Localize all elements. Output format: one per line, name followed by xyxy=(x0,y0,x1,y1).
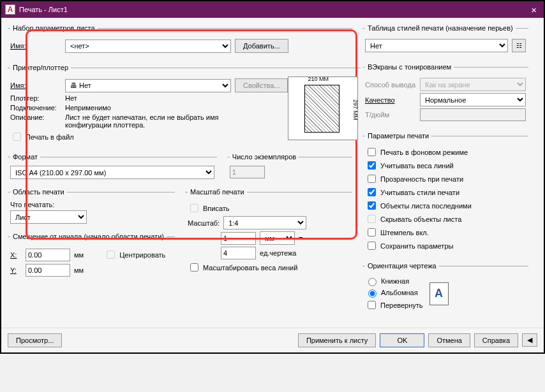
ok-button[interactable]: OK xyxy=(380,333,424,347)
what-print-label: Что печатать: xyxy=(10,201,172,208)
upside-check[interactable] xyxy=(368,301,376,309)
x-input[interactable] xyxy=(26,249,70,261)
opt-po-check[interactable] xyxy=(368,201,376,210)
portrait-radio[interactable] xyxy=(368,278,377,286)
opt-stamp-check[interactable] xyxy=(368,228,376,236)
preview-button[interactable]: Просмотр... xyxy=(8,333,62,347)
quality-label: Качество xyxy=(365,96,416,104)
opt-po-label: Объекты листа последними xyxy=(380,202,472,210)
apply-button[interactable]: Применить к листу xyxy=(298,333,377,347)
window-title: Печать - Лист1 xyxy=(19,6,68,13)
scale-lw-check[interactable] xyxy=(190,263,198,272)
shaded-legend: ВЭкраны с тонированием xyxy=(365,63,454,71)
opt-save-check[interactable] xyxy=(368,242,376,250)
opt-bg-check[interactable] xyxy=(368,148,376,156)
styles-group: Таблица стилей печати (назначение перьев… xyxy=(362,24,528,58)
copies-input xyxy=(230,166,265,178)
plotter-label: Плоттер: xyxy=(10,94,61,102)
titlebar: A Печать - Лист1 × xyxy=(1,1,544,18)
copies-legend: Число экземпляров xyxy=(230,153,299,161)
connection-value: Неприменимо xyxy=(65,104,111,112)
pagesetup-name-select[interactable]: <нет> xyxy=(65,40,231,53)
close-icon[interactable]: × xyxy=(528,4,540,15)
x-unit: мм xyxy=(74,251,84,259)
fit-check xyxy=(190,204,198,212)
connection-label: Подключение: xyxy=(10,104,61,112)
center-label: Центрировать xyxy=(119,251,165,259)
cancel-button[interactable]: Отмена xyxy=(428,333,470,347)
shaded-group: ВЭкраны с тонированием Способ выводаКак … xyxy=(362,63,528,127)
fit-label: Вписать xyxy=(203,205,230,212)
print-dialog: A Печать - Лист1 × Набор параметров лист… xyxy=(0,0,545,354)
dpi-label: Т/дюйм xyxy=(365,111,416,119)
scale-lw-label: Масштабировать веса линий xyxy=(203,264,297,272)
orient-group: Ориентация чертежа Книжная Альбомная Пер… xyxy=(362,262,528,316)
opt-tr-label: Прозрачность при печати xyxy=(380,175,463,183)
page-preview-rect xyxy=(304,85,340,133)
paper-width-label: 210 MM xyxy=(308,76,329,82)
desc-value: Лист не будет напечатан, если не выбрать… xyxy=(65,113,231,129)
options-legend: Параметры печати xyxy=(365,132,431,140)
landscape-label: Альбомная xyxy=(381,289,418,296)
shade-method-label: Способ вывода xyxy=(365,81,416,89)
desc-label: Описание: xyxy=(10,113,61,121)
opt-bg-label: Печать в фоновом режиме xyxy=(380,149,468,156)
y-label: Y: xyxy=(10,266,22,274)
quality-select[interactable]: Нормальное xyxy=(420,93,526,106)
scale-group: Масштаб печати Вписать Масштаб:1:4 мм= е… xyxy=(185,188,352,279)
opt-ps-label: Учитывать стили печати xyxy=(380,189,459,196)
scale-unit2-label: ед.чертежа xyxy=(260,249,296,257)
orient-legend: Ориентация чертежа xyxy=(365,262,439,270)
page-setup-legend: Набор параметров листа xyxy=(10,24,98,32)
y-unit: мм xyxy=(74,266,84,274)
plot-style-select[interactable]: Нет xyxy=(365,39,508,52)
plotter-value: Нет xyxy=(65,94,77,102)
what-print-select[interactable]: Лист xyxy=(10,210,87,224)
opt-lw-check[interactable] xyxy=(368,161,376,170)
format-legend: Формат xyxy=(10,153,40,161)
center-check xyxy=(107,250,115,259)
scale-num2-input[interactable] xyxy=(221,247,256,259)
help-button[interactable]: Справка xyxy=(474,333,518,347)
scale-legend: Масштаб печати xyxy=(188,188,247,196)
copies-group: Число экземпляров xyxy=(227,153,352,183)
print-to-file-label: Печать в файл xyxy=(26,133,74,141)
style-edit-icon[interactable]: ☷ xyxy=(512,39,526,52)
printer-name-label: Имя: xyxy=(10,82,61,89)
print-to-file-check xyxy=(13,133,21,141)
scale-select[interactable]: 1:4 xyxy=(223,216,306,229)
scale-num1-input[interactable] xyxy=(221,232,256,245)
paper-preview: 210 MM 297 MM xyxy=(288,76,358,140)
add-pagesetup-button[interactable]: Добавить... xyxy=(235,39,288,53)
upside-label: Перевернуть xyxy=(380,301,423,309)
offset-legend: Смещение от начала (начало области печат… xyxy=(10,233,167,240)
expand-icon[interactable]: ◀ xyxy=(522,333,537,347)
plot-area-legend: Область печати xyxy=(10,188,67,196)
opt-tr-check[interactable] xyxy=(368,175,376,183)
printer-name-select[interactable]: 🖶 Нет xyxy=(65,79,231,92)
shade-method-select: Как на экране xyxy=(420,78,526,91)
app-logo-icon: A xyxy=(5,4,15,15)
opt-lw-label: Учитывать веса линий xyxy=(380,162,454,170)
options-group: Параметры печати Печать в фоновом режиме… xyxy=(362,132,528,257)
scale-label: Масштаб: xyxy=(188,219,220,227)
x-label: X: xyxy=(10,251,22,259)
opt-save-label: Сохранить параметры xyxy=(380,242,453,250)
opt-hide-check xyxy=(368,215,376,223)
opt-ps-check[interactable] xyxy=(368,188,376,196)
portrait-label: Книжная xyxy=(381,277,409,285)
opt-hide-label: Скрывать объекты листа xyxy=(380,215,461,223)
offset-group: Смещение от начала (начало области печат… xyxy=(8,233,175,282)
printer-legend: Принтер/плоттер xyxy=(10,64,71,71)
printer-props-button: Свойства... xyxy=(235,78,288,92)
orientation-icon: A xyxy=(429,282,449,305)
y-input[interactable] xyxy=(26,264,70,277)
pagesetup-name-label: Имя: xyxy=(10,42,61,50)
landscape-radio[interactable] xyxy=(368,289,377,298)
printer-group: Принтер/плоттер Имя: 🖶 Нет Свойства... П… xyxy=(8,64,361,148)
styles-legend: Таблица стилей печати (назначение перьев… xyxy=(365,24,516,32)
plot-area-group: Область печати Что печатать: Лист xyxy=(8,188,175,228)
equals-icon: = xyxy=(299,235,302,242)
paper-format-select[interactable]: ISO A4 (210.00 x 297.00 мм) xyxy=(10,166,214,179)
scale-unit-select[interactable]: мм xyxy=(260,231,295,245)
